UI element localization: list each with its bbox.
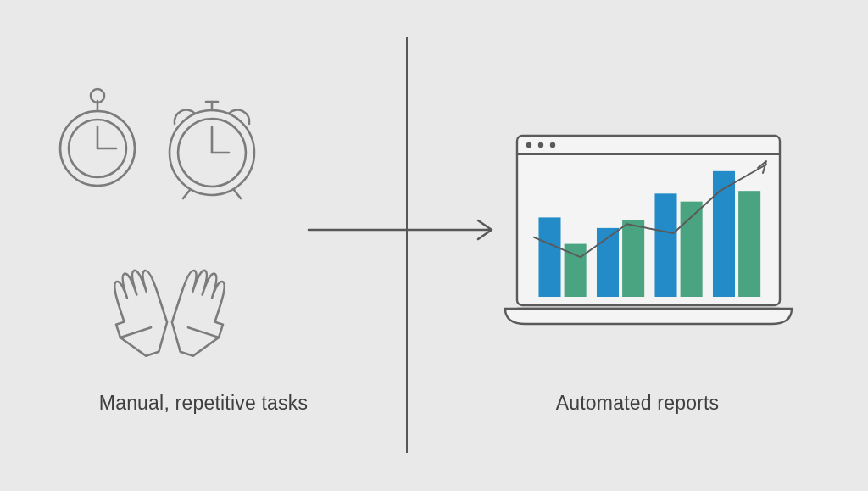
svg-line-13: [234, 190, 241, 198]
stopwatch-icon: [60, 89, 135, 186]
chart-bar-blue: [654, 193, 676, 297]
laptop-chart-illustration: [500, 127, 797, 339]
vertical-divider: [406, 37, 408, 453]
svg-point-20: [538, 142, 543, 148]
right-caption: Automated reports: [407, 392, 868, 415]
chart-bar-green: [622, 220, 644, 297]
svg-line-12: [183, 190, 190, 198]
chart-bar-blue: [713, 171, 735, 297]
hands-icon: [102, 265, 236, 361]
svg-point-19: [526, 142, 531, 148]
arrow-icon: [307, 217, 500, 243]
diagram-stage: Manual, repetitive tasks Automated repor…: [0, 0, 868, 491]
chart-bar-green: [738, 191, 760, 297]
svg-point-21: [550, 142, 555, 148]
svg-line-15: [188, 327, 219, 338]
left-caption: Manual, repetitive tasks: [0, 392, 407, 415]
alarm-clock-icon: [170, 102, 254, 198]
chart-bar-blue: [538, 217, 560, 297]
svg-line-14: [120, 327, 151, 338]
